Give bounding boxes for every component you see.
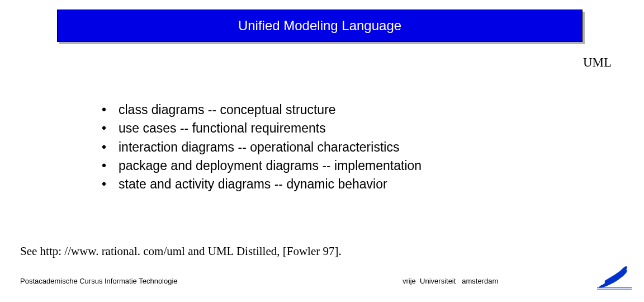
list-item: package and deployment diagrams -- imple… [102, 157, 422, 175]
footer-left: Postacademische Cursus Informatie Techno… [20, 277, 178, 285]
list-item: class diagrams -- conceptual structure [102, 101, 422, 119]
list-item: use cases -- functional requirements [102, 119, 422, 138]
bullet-list: class diagrams -- conceptual structure u… [102, 101, 422, 194]
reference-text: See http: //www. rational. com/uml and U… [20, 244, 342, 258]
page-title: Unified Modeling Language [238, 18, 401, 34]
list-item: interaction diagrams -- operational char… [102, 138, 422, 157]
footer-center: vrije Universiteit amsterdam [402, 277, 498, 285]
subtitle: UML [583, 55, 612, 70]
list-item: state and activity diagrams -- dynamic b… [102, 175, 422, 194]
footer-word-1: vrije [402, 277, 416, 285]
footer-word-3: amsterdam [462, 277, 498, 285]
footer-word-2: Universiteit [420, 277, 456, 285]
title-bar: Unified Modeling Language [57, 10, 583, 42]
griffin-logo-icon [594, 264, 634, 292]
